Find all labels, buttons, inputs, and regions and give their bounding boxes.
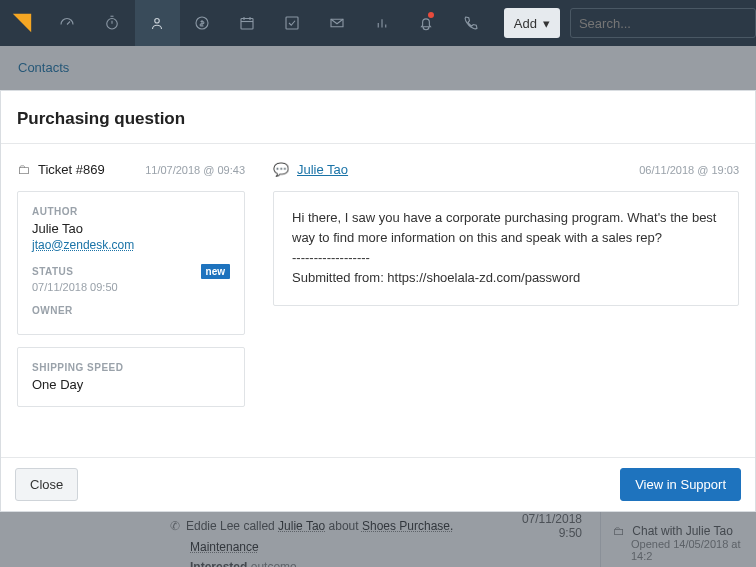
nav-contacts-icon[interactable] <box>135 0 180 46</box>
shipping-card: SHIPPING SPEED One Day <box>17 347 245 407</box>
shipping-label: SHIPPING SPEED <box>32 362 230 373</box>
message-date: 06/11/2018 @ 19:03 <box>639 164 739 176</box>
modal-header: Purchasing question <box>1 91 755 144</box>
ticket-details-column: 🗀 Ticket #869 11/07/2018 @ 09:43 AUTHOR … <box>17 162 245 427</box>
search-input[interactable] <box>570 8 756 38</box>
chevron-down-icon: ▾ <box>543 16 550 31</box>
author-email-link[interactable]: jtao@zendesk.com <box>32 238 134 252</box>
shipping-value: One Day <box>32 377 230 392</box>
nav-reports-icon[interactable] <box>359 0 404 46</box>
message-body: Hi there, I saw you have a corporate pur… <box>273 191 739 306</box>
comment-icon: 💬 <box>273 162 289 177</box>
svg-rect-10 <box>286 17 298 29</box>
svg-rect-6 <box>241 19 253 30</box>
nav-tasks-icon[interactable] <box>269 0 314 46</box>
top-nav: Add ▾ <box>0 0 756 46</box>
nav-dashboard-icon[interactable] <box>45 0 90 46</box>
folder-icon: 🗀 <box>17 162 30 177</box>
close-button[interactable]: Close <box>15 468 78 501</box>
author-label: AUTHOR <box>32 206 230 217</box>
ticket-created-date: 11/07/2018 @ 09:43 <box>145 164 245 176</box>
status-badge: new <box>201 264 230 279</box>
brand-logo[interactable] <box>0 0 45 46</box>
message-column: 💬 Julie Tao 06/11/2018 @ 19:03 Hi there,… <box>273 162 739 427</box>
status-date: 07/11/2018 09:50 <box>32 281 230 293</box>
modal-footer: Close View in Support <box>1 457 755 511</box>
nav-inbox-icon[interactable] <box>314 0 359 46</box>
modal-title: Purchasing question <box>17 109 739 129</box>
view-in-support-button[interactable]: View in Support <box>620 468 741 501</box>
notification-dot <box>428 12 434 18</box>
phone-icon[interactable] <box>449 0 494 46</box>
nav-calendar-icon[interactable] <box>224 0 269 46</box>
add-label: Add <box>514 16 537 31</box>
status-label: STATUS <box>32 266 74 277</box>
owner-label: OWNER <box>32 305 230 316</box>
nav-deals-icon[interactable] <box>180 0 225 46</box>
nav-timer-icon[interactable] <box>90 0 135 46</box>
ticket-number: Ticket #869 <box>38 162 105 177</box>
author-card: AUTHOR Julie Tao jtao@zendesk.com STATUS… <box>17 191 245 335</box>
notifications-icon[interactable] <box>404 0 449 46</box>
author-name: Julie Tao <box>32 221 230 236</box>
add-button[interactable]: Add ▾ <box>504 8 560 38</box>
message-author-link[interactable]: Julie Tao <box>297 162 348 177</box>
svg-line-0 <box>67 22 70 25</box>
svg-point-4 <box>155 19 160 24</box>
ticket-modal: Purchasing question 🗀 Ticket #869 11/07/… <box>0 90 756 512</box>
